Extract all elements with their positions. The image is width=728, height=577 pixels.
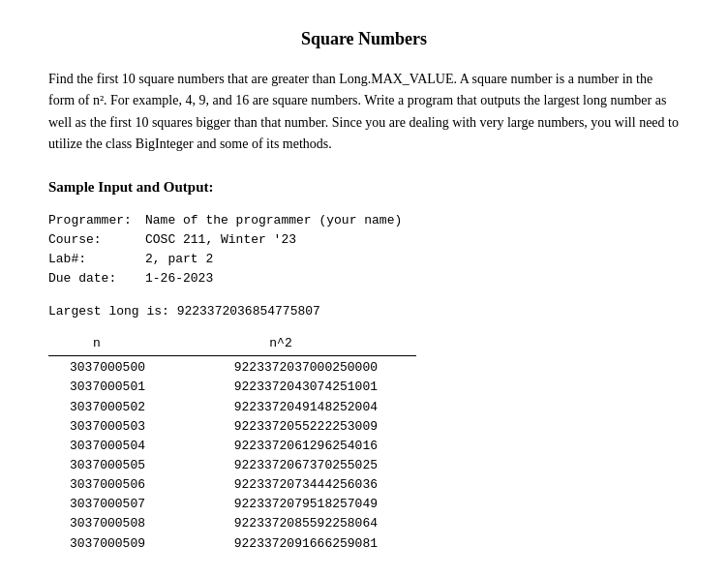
- due-label: Due date:: [48, 269, 145, 288]
- cell-n: 3037000503: [48, 417, 165, 437]
- description-text: Find the first 10 square numbers that ar…: [48, 69, 680, 156]
- page-title: Square Numbers: [48, 29, 680, 49]
- cell-n2: 9223372049148252004: [165, 398, 378, 417]
- cell-n: 3037000501: [48, 378, 165, 397]
- cell-n: 3037000507: [48, 495, 165, 514]
- table-row: 30370005059223372067370255025: [48, 456, 680, 475]
- results-table: n n^2 3037000500922337203700025000030370…: [48, 334, 680, 554]
- cell-n: 3037000500: [48, 358, 165, 378]
- info-row-course: Course: COSC 211, Winter '23: [48, 230, 680, 250]
- programmer-value: Name of the programmer (your name): [145, 211, 402, 230]
- info-row-lab: Lab#: 2, part 2: [48, 250, 680, 269]
- lab-label: Lab#:: [48, 250, 145, 269]
- cell-n2: 9223372061296254016: [165, 437, 378, 456]
- table-header-row: n n^2: [48, 334, 680, 353]
- table-divider: [48, 355, 416, 356]
- cell-n2: 9223372055222253009: [165, 417, 378, 437]
- cell-n2: 9223372037000250000: [165, 358, 378, 378]
- info-row-due: Due date: 1-26-2023: [48, 269, 680, 288]
- cell-n2: 9223372085592258064: [165, 514, 378, 533]
- cell-n2: 9223372067370255025: [165, 456, 378, 475]
- lab-value: 2, part 2: [145, 250, 213, 269]
- col-n-header: n: [48, 334, 165, 353]
- cell-n: 3037000505: [48, 456, 165, 475]
- table-row: 30370005089223372085592258064: [48, 514, 680, 533]
- table-row: 30370005039223372055222253009: [48, 417, 680, 437]
- cell-n: 3037000509: [48, 534, 165, 554]
- largest-long-line: Largest long is: 9223372036854775807: [48, 304, 680, 319]
- programmer-label: Programmer:: [48, 211, 145, 230]
- cell-n2: 9223372043074251001: [165, 378, 378, 397]
- table-row: 30370005019223372043074251001: [48, 378, 680, 397]
- sample-heading: Sample Input and Output:: [48, 179, 680, 196]
- course-label: Course:: [48, 230, 145, 250]
- table-row: 30370005029223372049148252004: [48, 398, 680, 417]
- cell-n: 3037000502: [48, 398, 165, 417]
- largest-long-label: Largest long is:: [48, 304, 169, 319]
- course-value: COSC 211, Winter '23: [145, 230, 296, 250]
- table-row: 30370005049223372061296254016: [48, 437, 680, 456]
- cell-n2: 9223372091666259081: [165, 534, 378, 554]
- cell-n2: 9223372073444256036: [165, 475, 378, 495]
- cell-n2: 9223372079518257049: [165, 495, 378, 514]
- largest-long-value: 9223372036854775807: [177, 304, 320, 319]
- cell-n: 3037000504: [48, 437, 165, 456]
- cell-n: 3037000506: [48, 475, 165, 495]
- info-block: Programmer: Name of the programmer (your…: [48, 211, 680, 289]
- col-n2-header: n^2: [165, 334, 397, 353]
- table-row: 30370005009223372037000250000: [48, 358, 680, 378]
- table-row: 30370005079223372079518257049: [48, 495, 680, 514]
- due-value: 1-26-2023: [145, 269, 213, 288]
- cell-n: 3037000508: [48, 514, 165, 533]
- table-row: 30370005099223372091666259081: [48, 534, 680, 554]
- table-row: 30370005069223372073444256036: [48, 475, 680, 495]
- info-row-programmer: Programmer: Name of the programmer (your…: [48, 211, 680, 230]
- table-body: 3037000500922337203700025000030370005019…: [48, 358, 680, 553]
